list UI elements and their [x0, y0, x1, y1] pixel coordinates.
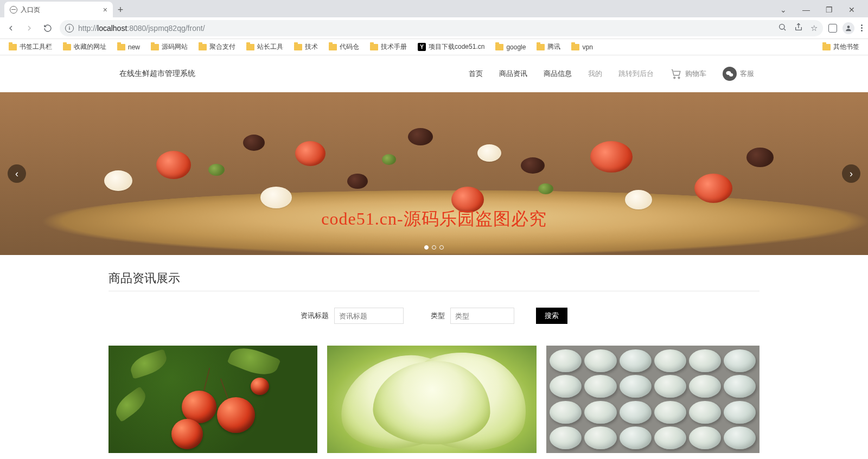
egg-icon — [550, 375, 582, 398]
egg-icon — [620, 426, 652, 449]
carousel-dot[interactable] — [424, 245, 429, 250]
product-card[interactable] — [327, 346, 536, 453]
site-header: 在线生鲜超市管理系统 首页商品资讯商品信息我的跳转到后台 购物车 客服 — [108, 55, 760, 92]
bookmark-item[interactable]: Y项目下载code51.cn — [414, 41, 488, 53]
svg-point-0 — [780, 24, 784, 29]
back-button[interactable] — [4, 22, 17, 35]
svg-point-3 — [678, 77, 680, 79]
address-bar[interactable]: i http://localhost:8080/jspmq82qg/front/… — [60, 20, 823, 36]
search-title-label: 资讯标题 — [301, 311, 329, 321]
folder-icon — [199, 44, 207, 50]
section-title: 商品资讯展示 — [108, 267, 760, 291]
carousel-dot[interactable] — [439, 245, 444, 250]
nav-link[interactable]: 首页 — [469, 69, 483, 79]
tab-close-icon[interactable]: × — [103, 5, 107, 14]
bookmark-label: 源码网站 — [162, 42, 188, 52]
globe-icon — [10, 6, 17, 14]
egg-icon — [689, 349, 721, 372]
folder-icon — [63, 44, 71, 50]
site-nav: 首页商品资讯商品信息我的跳转到后台 购物车 客服 — [469, 67, 760, 81]
bookmark-item[interactable]: new — [114, 42, 143, 53]
product-card[interactable] — [108, 346, 317, 453]
nav-link[interactable]: 我的 — [588, 69, 602, 79]
egg-icon — [550, 349, 582, 372]
browser-tab[interactable]: 入口页 × — [4, 2, 113, 18]
search-type-input[interactable] — [450, 308, 514, 324]
bookmark-item[interactable]: 书签工具栏 — [5, 41, 55, 53]
search-button[interactable]: 搜索 — [536, 308, 567, 324]
window-controls: ⌄ — ❐ ✕ — [777, 5, 864, 14]
egg-icon — [584, 375, 616, 398]
share-icon[interactable] — [794, 23, 803, 33]
site-info-icon[interactable]: i — [65, 24, 74, 33]
new-tab-button[interactable]: + — [113, 4, 128, 16]
egg-icon — [654, 401, 686, 424]
egg-icon — [584, 401, 616, 424]
bookmark-item[interactable]: 腾讯 — [533, 41, 564, 53]
product-card[interactable] — [546, 346, 760, 453]
nav-link[interactable]: 商品资讯 — [499, 69, 527, 79]
extensions-icon[interactable] — [828, 24, 837, 33]
window-dropdown-icon[interactable]: ⌄ — [777, 5, 790, 14]
bookmark-item[interactable]: 站长工具 — [243, 41, 286, 53]
bookmark-item[interactable]: 收藏的网址 — [60, 41, 110, 53]
carousel-next-button[interactable]: › — [842, 164, 860, 183]
folder-icon — [9, 44, 17, 50]
bookmark-item[interactable]: vpn — [568, 42, 596, 53]
bookmark-label: google — [506, 43, 526, 51]
window-close-icon[interactable]: ✕ — [845, 5, 858, 14]
folder-icon — [495, 44, 503, 50]
watermark-text: code51.cn-源码乐园盗图必究 — [321, 207, 546, 231]
wechat-icon — [723, 67, 737, 81]
profile-avatar-icon[interactable] — [843, 22, 854, 34]
egg-icon — [584, 349, 616, 372]
tab-strip: 入口页 × + ⌄ — ❐ ✕ — [0, 0, 868, 17]
bookmark-item[interactable]: 源码网站 — [148, 41, 191, 53]
egg-icon — [550, 401, 582, 424]
bookmark-item[interactable]: 技术手册 — [367, 41, 410, 53]
chrome-menu-icon[interactable] — [860, 23, 864, 33]
egg-icon — [550, 426, 582, 449]
window-minimize-icon[interactable]: — — [800, 5, 813, 14]
carousel-prev-button[interactable]: ‹ — [8, 164, 26, 183]
cart-link[interactable]: 购物车 — [670, 68, 706, 80]
egg-icon — [654, 349, 686, 372]
service-link[interactable]: 客服 — [723, 67, 754, 81]
bookmark-item[interactable]: 聚合支付 — [195, 41, 239, 53]
cart-icon — [670, 68, 682, 80]
bookmark-label: 腾讯 — [547, 42, 560, 52]
nav-link[interactable]: 商品信息 — [544, 69, 572, 79]
egg-icon — [654, 426, 686, 449]
news-section: 商品资讯展示 资讯标题 类型 搜索 — [108, 255, 760, 459]
nav-link[interactable]: 跳转到后台 — [618, 69, 654, 79]
bookmark-label: new — [128, 43, 140, 51]
cart-label: 购物车 — [685, 69, 706, 79]
folder-icon — [294, 44, 302, 50]
window-maximize-icon[interactable]: ❐ — [822, 5, 835, 14]
search-type-label: 类型 — [431, 311, 445, 321]
bookmark-label: 聚合支付 — [209, 42, 235, 52]
site-icon: Y — [418, 43, 426, 51]
svg-point-5 — [729, 73, 733, 76]
bookmark-item[interactable]: google — [492, 42, 529, 53]
carousel-dot[interactable] — [432, 245, 436, 250]
search-row: 资讯标题 类型 搜索 — [108, 308, 760, 324]
reload-button[interactable] — [41, 22, 54, 35]
forward-button[interactable] — [23, 22, 36, 35]
bookmark-star-icon[interactable]: ☆ — [810, 23, 818, 33]
bookmark-other[interactable]: 其他书签 — [819, 41, 863, 53]
egg-icon — [724, 426, 756, 449]
bookmark-label: 其他书签 — [833, 42, 859, 52]
carousel-dots — [424, 245, 444, 250]
hero-carousel: ‹ › code51.cn-源码乐园盗图必究 — [0, 92, 868, 255]
search-lens-icon[interactable] — [778, 23, 787, 33]
site-brand: 在线生鲜超市管理系统 — [108, 69, 195, 79]
egg-icon — [654, 375, 686, 398]
bookmark-item[interactable]: 技术 — [291, 41, 321, 53]
url-text: http://localhost:8080/jspmq82qg/front/ — [78, 24, 774, 33]
bookmark-item[interactable]: 代码仓 — [326, 41, 362, 53]
egg-icon — [620, 401, 652, 424]
search-title-input[interactable] — [334, 308, 404, 324]
product-card-grid — [108, 346, 760, 453]
egg-icon — [689, 375, 721, 398]
